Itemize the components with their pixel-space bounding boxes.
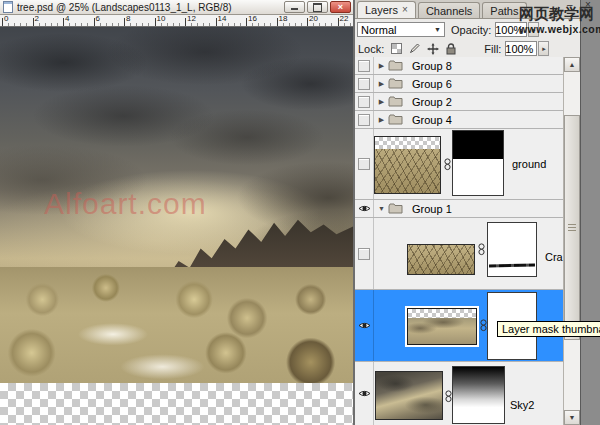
row-content: ground: [374, 129, 563, 199]
layer-row-group2[interactable]: ▶ Group 2: [355, 93, 563, 111]
chevron-down-icon: ▼: [434, 26, 441, 33]
eye-icon[interactable]: [358, 389, 371, 398]
layer-thumbnail[interactable]: [374, 136, 441, 194]
ruler-label: 22: [340, 15, 349, 23]
layer-row-sky2[interactable]: Sky2: [355, 362, 563, 425]
layer-name: Group 6: [412, 78, 452, 90]
transparency-checkerboard: [0, 383, 353, 425]
layer-name: Group 2: [412, 96, 452, 108]
expand-triangle-icon[interactable]: ▶: [377, 62, 386, 70]
expand-triangle-icon[interactable]: ▶: [377, 116, 386, 124]
ruler-label: 12: [187, 15, 196, 23]
canvas-watermark: Alfoart.com: [44, 187, 207, 221]
mask-scribble-art: [489, 264, 535, 268]
ruler-label: 6: [96, 15, 100, 23]
document-titlebar[interactable]: tree.psd @ 25% (Landscapes0113_1_L, RGB/…: [0, 0, 353, 15]
visibility-toggle-empty[interactable]: [358, 60, 370, 72]
tab-close-icon[interactable]: ×: [402, 5, 408, 15]
lock-transparency-icon[interactable]: [390, 42, 403, 55]
row-content: ▶ Group 8: [374, 57, 563, 74]
layer-name: Group 4: [412, 114, 452, 126]
layer-mask-thumbnail[interactable]: [452, 130, 504, 196]
fill-input[interactable]: 100%: [505, 41, 537, 56]
lock-position-move-icon[interactable]: [426, 42, 439, 55]
layers-panel: Layers × Channels Paths Normal ▼ Opacity…: [353, 0, 581, 425]
close-button[interactable]: ×: [330, 1, 351, 13]
visibility-cell[interactable]: [355, 290, 374, 361]
ruler-label: 4: [65, 15, 69, 23]
photoshop-workspace: tree.psd @ 25% (Landscapes0113_1_L, RGB/…: [0, 0, 600, 425]
visibility-toggle-empty[interactable]: [358, 248, 370, 260]
link-icon[interactable]: [445, 390, 452, 403]
layer-row-group8[interactable]: ▶ Group 8: [355, 57, 563, 75]
visibility-cell[interactable]: [355, 57, 374, 74]
minimize-icon: [291, 8, 298, 10]
eye-icon[interactable]: [358, 321, 371, 330]
scroll-up-button[interactable]: ▲: [564, 57, 580, 72]
app-minimize-icon[interactable]: –: [567, 0, 573, 10]
lock-pixels-brush-icon[interactable]: [408, 42, 421, 55]
folder-icon: [388, 96, 403, 107]
document-window: tree.psd @ 25% (Landscapes0113_1_L, RGB/…: [0, 0, 353, 425]
fill-spinner[interactable]: ▸: [538, 41, 549, 56]
tab-channels[interactable]: Channels: [418, 2, 480, 18]
layer-thumbnail[interactable]: [407, 244, 475, 275]
link-icon[interactable]: [478, 243, 485, 256]
document-title: tree.psd @ 25% (Landscapes0113_1_L, RGB/…: [17, 2, 284, 13]
visibility-cell[interactable]: [355, 218, 374, 289]
scroll-down-button[interactable]: ▼: [564, 410, 580, 425]
panel-scrollbar[interactable]: ▲ ▼: [563, 57, 580, 425]
app-close-icon[interactable]: ×: [585, 0, 591, 10]
visibility-toggle-empty[interactable]: [358, 96, 370, 108]
maximize-button[interactable]: [307, 1, 328, 13]
link-icon[interactable]: [480, 319, 487, 332]
visibility-cell[interactable]: [355, 200, 374, 217]
ruler-label: 14: [218, 15, 227, 23]
layer-mask-thumbnail[interactable]: [487, 222, 537, 277]
lock-all-padlock-icon[interactable]: [444, 42, 457, 55]
layer-name: ground: [512, 158, 546, 170]
collapse-triangle-icon[interactable]: ▼: [377, 205, 386, 212]
horizontal-ruler[interactable]: 0246810121416182022: [0, 15, 353, 27]
fill-value: 100%: [505, 43, 533, 55]
row-content: ▶ Group 2: [374, 93, 563, 110]
folder-icon: [388, 60, 403, 71]
visibility-cell[interactable]: [355, 129, 374, 199]
link-icon[interactable]: [444, 158, 451, 171]
layer-thumbnail-selected[interactable]: [407, 308, 477, 345]
document-icon: [3, 1, 13, 13]
ruler-label: 20: [309, 15, 318, 23]
visibility-cell[interactable]: [355, 111, 374, 128]
visibility-cell[interactable]: [355, 362, 374, 425]
tab-layers[interactable]: Layers ×: [357, 1, 416, 18]
eye-icon[interactable]: [358, 204, 371, 213]
cracks-texture-art: [408, 245, 474, 274]
expand-triangle-icon[interactable]: ▶: [377, 80, 386, 88]
visibility-toggle-empty[interactable]: [358, 78, 370, 90]
visibility-toggle-empty[interactable]: [358, 114, 370, 126]
tab-layers-label: Layers: [365, 4, 398, 16]
layer-row-group1[interactable]: ▼ Group 1: [355, 200, 563, 218]
expand-triangle-icon[interactable]: ▶: [377, 98, 386, 106]
visibility-cell[interactable]: [355, 93, 374, 110]
blend-mode-select[interactable]: Normal ▼: [357, 22, 445, 37]
layer-row-cracks[interactable]: Cra...: [355, 218, 563, 290]
visibility-cell[interactable]: [355, 75, 374, 92]
lock-fill-row: Lock: Fill: 100: [355, 39, 580, 58]
layer-thumbnail[interactable]: [375, 371, 443, 420]
scrollbar-thumb[interactable]: [564, 115, 580, 340]
maximize-icon: [313, 3, 322, 12]
folder-icon: [388, 114, 403, 125]
folder-icon: [388, 78, 403, 89]
layer-name: Sky2: [510, 399, 534, 411]
thumbnail-transparency-strip: [408, 309, 476, 318]
layer-row-group6[interactable]: ▶ Group 6: [355, 75, 563, 93]
window-controls: ×: [284, 1, 351, 13]
layer-row-group4[interactable]: ▶ Group 4: [355, 111, 563, 129]
canvas[interactable]: Alfoart.com: [0, 27, 353, 425]
visibility-toggle-empty[interactable]: [358, 158, 370, 170]
layer-row-ground[interactable]: ground: [355, 129, 563, 200]
ruler-label: 2: [35, 15, 39, 23]
minimize-button[interactable]: [284, 1, 305, 13]
layer-mask-thumbnail[interactable]: [452, 366, 505, 424]
